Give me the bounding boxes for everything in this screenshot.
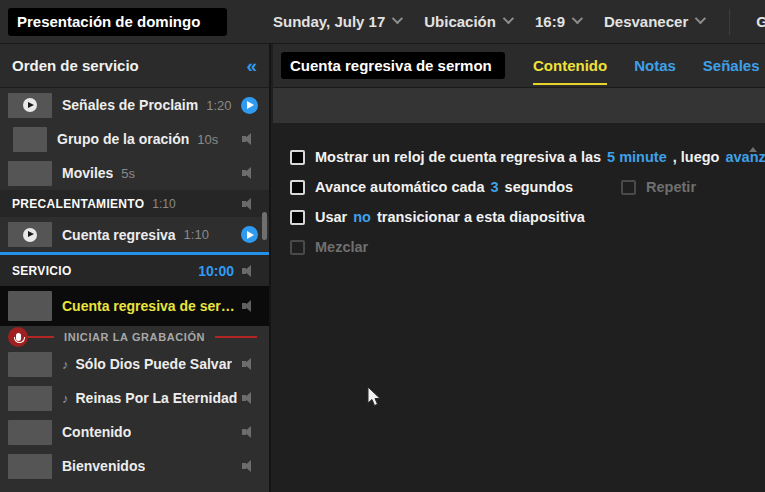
scroll-up-icon[interactable] [749, 147, 757, 152]
muted-speaker-icon[interactable] [242, 198, 256, 210]
muted-speaker-icon[interactable] [242, 300, 256, 312]
shuffle-label: Mezclar [315, 239, 368, 255]
countdown-action-link[interactable]: avanzar elemento [725, 149, 765, 165]
proclaim-app: Sunday, July 17 Ubicación 16:9 Desvanece… [0, 0, 765, 492]
tab-contenido[interactable]: Contenido [533, 44, 607, 87]
record-line [24, 336, 54, 338]
sidebar-header: Orden de servicio « [0, 44, 269, 88]
top-toolbar: Sunday, July 17 Ubicación 16:9 Desvanece… [0, 0, 765, 44]
list-item-countdown[interactable]: Cuenta regresiva 1:10 [0, 217, 269, 255]
muted-speaker-icon[interactable] [242, 265, 256, 277]
collapse-sidebar-icon[interactable]: « [246, 56, 257, 75]
chevron-down-icon [695, 13, 706, 24]
repeat-label: Repetir [646, 179, 696, 195]
option-label: Mostrar un reloj de cuenta regresiva a l… [315, 149, 601, 165]
show-countdown-checkbox[interactable] [290, 150, 305, 165]
item-name: Grupo de la oración [57, 131, 189, 147]
muted-speaker-icon[interactable] [242, 167, 256, 179]
start-recording-label: INICIAR LA GRABACIÓN [64, 331, 205, 343]
chevron-down-icon [572, 13, 583, 24]
list-item-sermon-countdown-selected[interactable]: Cuenta regresiva de sermon [0, 286, 269, 326]
chevron-down-icon [392, 13, 403, 24]
aspect-ratio-label: 16:9 [535, 13, 565, 30]
toolbar-strip [273, 88, 765, 123]
list-item-song-solo-dios[interactable]: ♪ Sólo Dios Puede Salvar [0, 347, 269, 381]
list-item-bienvenidos[interactable]: Bienvenidos [0, 449, 269, 483]
item-thumbnail [8, 161, 52, 186]
item-thumbnail [8, 222, 52, 247]
item-name: Reinas Por La Eternidad [76, 390, 238, 406]
record-line [215, 336, 257, 338]
option-use-transition: Usar no transicionar a esta diapositiva [290, 209, 765, 225]
date-menu[interactable]: Sunday, July 17 [273, 13, 400, 30]
location-menu-label: Ubicación [424, 13, 496, 30]
recordings-menu[interactable]: Grabaciones [756, 13, 765, 30]
option-label: , luego [673, 149, 720, 165]
option-auto-advance: Avance automático cada 3 segundos Repeti… [290, 179, 765, 195]
use-transition-checkbox[interactable] [290, 210, 305, 225]
section-name: PRECALENTAMIENTO [12, 197, 144, 211]
play-icon[interactable] [241, 226, 258, 243]
tab-notas[interactable]: Notas [634, 44, 676, 87]
option-label: transicionar a esta diapositiva [377, 209, 585, 225]
section-header-precalentamiento[interactable]: PRECALENTAMIENTO 1:10 [0, 190, 269, 217]
item-name: Cuenta regresiva [62, 227, 176, 243]
list-item-moviles[interactable]: Moviles 5s [0, 156, 269, 190]
date-menu-label: Sunday, July 17 [273, 13, 385, 30]
play-icon [23, 228, 37, 242]
countdown-minutes-link[interactable]: 5 minute [607, 149, 667, 165]
section-name: SERVICIO [12, 264, 72, 278]
item-duration: 1:20 [206, 98, 231, 113]
muted-speaker-icon[interactable] [242, 460, 256, 472]
list-item-prayer-group[interactable]: Grupo de la oración 10s [0, 122, 269, 156]
service-item-list: Señales de Proclaim 1:20 Grupo de la ora… [0, 88, 269, 483]
toolbar-menus: Sunday, July 17 Ubicación 16:9 Desvanece… [273, 9, 765, 35]
play-icon[interactable] [241, 97, 258, 114]
transition-type-link[interactable]: no [353, 209, 371, 225]
list-item-proclaim-signals[interactable]: Señales de Proclaim 1:20 [0, 88, 269, 122]
content-options: Mostrar un reloj de cuenta regresiva a l… [273, 123, 765, 492]
muted-speaker-icon[interactable] [242, 358, 256, 370]
item-name: Sólo Dios Puede Salvar [76, 356, 232, 372]
auto-advance-seconds-link[interactable]: 3 [491, 179, 499, 195]
item-name: Señales de Proclaim [62, 97, 198, 113]
sidebar-scrollbar-thumb[interactable] [262, 212, 267, 240]
recordings-menu-label: Grabaciones [756, 13, 765, 30]
music-note-icon: ♪ [62, 357, 69, 372]
item-thumbnail [8, 93, 52, 118]
toolbar-divider [729, 9, 730, 35]
service-order-sidebar: Orden de servicio « Señales de Proclaim … [0, 44, 271, 492]
start-recording-marker[interactable]: INICIAR LA GRABACIÓN [0, 326, 269, 347]
shuffle-checkbox[interactable] [290, 240, 305, 255]
item-duration: 5s [121, 166, 135, 181]
list-item-song-reinas[interactable]: ♪ Reinas Por La Eternidad [0, 381, 269, 415]
location-menu[interactable]: Ubicación [424, 13, 511, 30]
muted-speaker-icon[interactable] [242, 392, 256, 404]
item-thumbnail [13, 127, 47, 152]
muted-speaker-icon[interactable] [242, 133, 256, 145]
item-name: Contenido [62, 424, 131, 440]
list-item-contenido[interactable]: Contenido [0, 415, 269, 449]
section-header-servicio[interactable]: SERVICIO 10:00 [0, 255, 269, 286]
play-icon [23, 98, 37, 112]
auto-advance-checkbox[interactable] [290, 180, 305, 195]
item-thumbnail [8, 386, 52, 411]
option-label: Avance automático cada [315, 179, 485, 195]
chevron-down-icon [503, 13, 514, 24]
repeat-group: Repetir [621, 179, 696, 195]
aspect-ratio-menu[interactable]: 16:9 [535, 13, 580, 30]
presentation-title-input[interactable] [8, 8, 227, 36]
item-title-input[interactable] [281, 52, 505, 79]
item-name: Bienvenidos [62, 458, 145, 474]
option-label: segundos [505, 179, 573, 195]
tab-senales[interactable]: Señales [703, 44, 760, 87]
item-detail-panel: Contenido Notas Señales Mostrar un reloj… [273, 44, 765, 492]
section-duration: 10:00 [198, 263, 234, 279]
muted-speaker-icon[interactable] [242, 426, 256, 438]
transition-menu[interactable]: Desvanecer [604, 13, 703, 30]
detail-tabs: Contenido Notas Señales [533, 44, 760, 87]
transition-menu-label: Desvanecer [604, 13, 688, 30]
repeat-checkbox[interactable] [621, 180, 636, 195]
option-shuffle: Mezclar [290, 239, 765, 255]
item-duration: 1:10 [184, 227, 209, 242]
